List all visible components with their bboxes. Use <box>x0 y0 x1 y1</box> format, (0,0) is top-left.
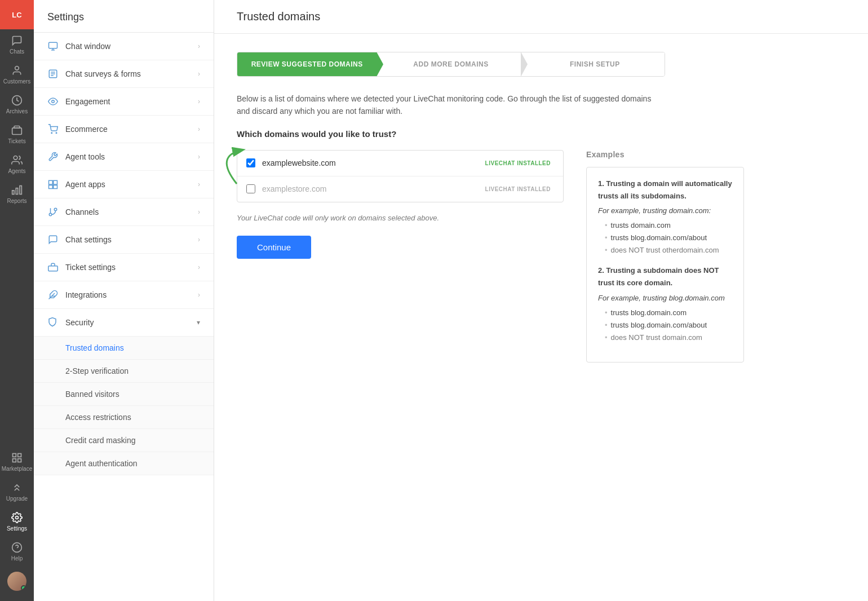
example-2-not-trust: does NOT trust domain.com <box>605 332 732 344</box>
main-content: Trusted domains REVIEW SUGGESTED DOMAINS… <box>214 0 868 601</box>
domain-name-2: examplestore.com <box>262 184 475 193</box>
ecommerce-icon <box>47 123 59 135</box>
domain-item-1: examplewebsite.com LIVECHAT INSTALLED <box>237 151 563 176</box>
sidebar-item-chats[interactable]: Chats <box>0 29 34 59</box>
wizard-step-2[interactable]: ADD MORE DOMAINS <box>377 52 520 76</box>
arrow-container: examplewebsite.com LIVECHAT INSTALLED ex… <box>237 150 564 202</box>
nav-label-ecommerce: Ecommerce <box>65 125 198 134</box>
icon-bar: LC Chats Customers Archives Tickets Agen… <box>0 0 34 601</box>
example-2-list: trusts blog.domain.com trusts blog.domai… <box>598 307 732 344</box>
icon-bar-label-tickets: Tickets <box>8 138 25 144</box>
nav-item-engagement[interactable]: Engagement › <box>34 88 214 116</box>
nav-arrow-agent-apps: › <box>198 180 200 188</box>
svg-rect-24 <box>49 185 53 189</box>
subitem-two-step[interactable]: 2-Step verification <box>34 360 214 383</box>
icon-bar-label-reports: Reports <box>7 198 26 204</box>
example-1-not-trust: does NOT trust otherdomain.com <box>605 244 732 257</box>
left-column: examplewebsite.com LIVECHAT INSTALLED ex… <box>237 150 564 363</box>
nav-item-ticket-settings[interactable]: Ticket settings › <box>34 254 214 281</box>
domain-checkbox-2[interactable] <box>246 184 255 193</box>
nav-arrow-chat-surveys: › <box>198 70 200 78</box>
example-2-trust-1: trusts blog.domain.com <box>605 307 732 319</box>
nav-item-chat-window[interactable]: Chat window › <box>34 33 214 60</box>
wizard-step-1[interactable]: REVIEW SUGGESTED DOMAINS <box>237 52 377 76</box>
user-avatar[interactable] <box>0 566 34 596</box>
chat-window-icon <box>47 41 59 52</box>
livechat-note: Your LiveChat code will only work on dom… <box>237 214 564 222</box>
nav-label-chat-surveys: Chat surveys & forms <box>65 69 198 78</box>
wizard-step-3[interactable]: FINISH SETUP <box>521 52 665 76</box>
subitem-agent-authentication[interactable]: Agent authentication <box>34 452 214 475</box>
nav-item-integrations[interactable]: Integrations › <box>34 281 214 309</box>
nav-label-integrations: Integrations <box>65 290 198 299</box>
nav-item-chat-surveys[interactable]: Chat surveys & forms › <box>34 60 214 88</box>
security-icon <box>47 317 59 328</box>
icon-bar-bottom: Marketplace Upgrade Settings Help <box>0 447 34 601</box>
svg-point-20 <box>51 132 52 134</box>
ticket-settings-icon <box>47 262 59 273</box>
nav-arrow-ecommerce: › <box>198 125 200 133</box>
svg-rect-6 <box>12 191 14 195</box>
sidebar-item-customers[interactable]: Customers <box>0 59 34 89</box>
sidebar-item-settings[interactable]: Settings <box>0 506 34 536</box>
subitem-banned-visitors[interactable]: Banned visitors <box>34 383 214 406</box>
agent-tools-icon <box>47 151 59 162</box>
sidebar-item-upgrade[interactable]: Upgrade <box>0 476 34 506</box>
subitem-trusted-domains[interactable]: Trusted domains <box>34 337 214 360</box>
sidebar-item-tickets[interactable]: Tickets <box>0 119 34 149</box>
nav-label-chat-window: Chat window <box>65 42 198 51</box>
example-2-trust-2: trusts blog.domain.com/about <box>605 319 732 332</box>
sidebar-item-help[interactable]: Help <box>0 536 34 566</box>
svg-rect-29 <box>48 266 58 271</box>
nav-item-channels[interactable]: Channels › <box>34 198 214 226</box>
nav-item-agent-apps[interactable]: Agent apps › <box>34 171 214 198</box>
icon-bar-label-chats: Chats <box>10 48 24 55</box>
svg-rect-25 <box>54 185 57 189</box>
domain-checkbox-1[interactable] <box>246 158 255 167</box>
online-status-dot <box>21 585 26 591</box>
nav-arrow-integrations: › <box>198 291 200 299</box>
nav-item-agent-tools[interactable]: Agent tools › <box>34 143 214 171</box>
avatar-image <box>7 572 26 591</box>
nav-arrow-ticket-settings: › <box>198 263 200 271</box>
svg-point-0 <box>15 67 19 70</box>
svg-rect-7 <box>13 454 16 457</box>
sidebar-item-agents[interactable]: Agents <box>0 149 34 179</box>
icon-bar-label-archives: Archives <box>6 108 28 114</box>
nav-label-ticket-settings: Ticket settings <box>65 263 198 272</box>
svg-point-27 <box>54 208 57 211</box>
icon-bar-label-help: Help <box>11 555 23 562</box>
svg-point-19 <box>52 100 55 103</box>
sidebar-title: Settings <box>34 0 214 33</box>
example-1-trust-1: trusts domain.com <box>605 219 732 232</box>
sidebar-item-archives[interactable]: Archives <box>0 89 34 119</box>
subitem-access-restrictions[interactable]: Access restrictions <box>34 406 214 429</box>
nav-item-chat-settings[interactable]: Chat settings › <box>34 226 214 254</box>
page-title: Trusted domains <box>214 0 868 34</box>
continue-button[interactable]: Continue <box>237 236 311 259</box>
nav-item-security[interactable]: Security ▾ <box>34 309 214 337</box>
security-chevron: ▾ <box>197 319 200 326</box>
main-body: REVIEW SUGGESTED DOMAINS ADD MORE DOMAIN… <box>214 34 868 381</box>
security-section: Security ▾ Trusted domains 2-Step verifi… <box>34 309 214 475</box>
nav-item-ecommerce[interactable]: Ecommerce › <box>34 116 214 143</box>
example-2-heading: 2. Trusting a subdomain does NOT trust i… <box>598 264 732 289</box>
sidebar-item-reports[interactable]: Reports <box>0 179 34 209</box>
domain-name-1: examplewebsite.com <box>262 158 475 167</box>
icon-bar-label-marketplace: Marketplace <box>2 466 32 472</box>
icon-bar-label-agents: Agents <box>8 168 25 174</box>
content-columns: examplewebsite.com LIVECHAT INSTALLED ex… <box>237 150 744 363</box>
example-1-trust-2: trusts blog.domain.com/about <box>605 232 732 244</box>
domain-badge-1: LIVECHAT INSTALLED <box>482 158 554 168</box>
sidebar-item-marketplace[interactable]: Marketplace <box>0 447 34 476</box>
domain-item-2: examplestore.com LIVECHAT INSTALLED <box>237 176 563 202</box>
integrations-icon <box>47 289 59 300</box>
nav-label-chat-settings: Chat settings <box>65 235 198 244</box>
svg-rect-22 <box>49 180 53 184</box>
icon-bar-label-upgrade: Upgrade <box>6 496 28 502</box>
nav-label-agent-tools: Agent tools <box>65 152 198 161</box>
subitem-credit-card-masking[interactable]: Credit card masking <box>34 429 214 452</box>
example-1-list: trusts domain.com trusts blog.domain.com… <box>598 219 732 257</box>
svg-point-3 <box>14 156 17 160</box>
example-1-heading: 1. Trusting a domain will automatically … <box>598 178 732 202</box>
